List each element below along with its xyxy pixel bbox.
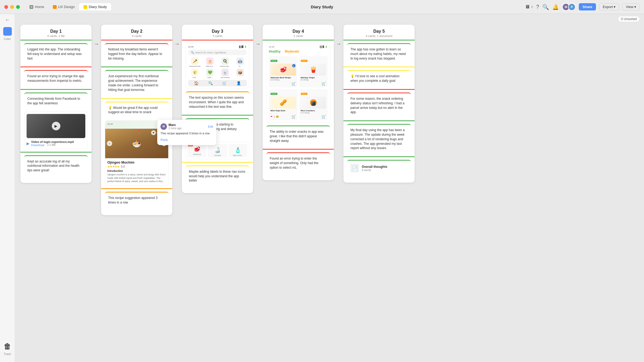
phone-icon-grains[interactable]: 🌾 Grai... (188, 69, 202, 78)
day3-header: Day 3 3 cards (186, 29, 249, 38)
phone-icon-other[interactable]: 📦 ... (233, 69, 247, 78)
comment-avatar: M (160, 123, 167, 130)
product-1-badge: Parroti (270, 60, 277, 62)
trash-icon[interactable]: 🗑 (4, 342, 11, 351)
day2-card-2[interactable]: Just experienced my first nutritional go… (105, 70, 169, 95)
nav-profile-icon[interactable]: 👤 (236, 81, 241, 85)
product-3-emoji-icon[interactable]: 😊 (276, 115, 279, 118)
shopping-item-2[interactable]: 🍶 Yamaski (208, 144, 227, 157)
food-prev-button[interactable]: ‹ (107, 141, 112, 146)
close-button[interactable] (4, 5, 8, 9)
phone-icon-ai[interactable]: 🤖 AI... (233, 57, 247, 67)
day5-card-1[interactable]: The app has now gotten to learn so much … (347, 43, 411, 64)
notification-bell-icon[interactable]: 🔔 (552, 4, 559, 10)
day4-title: Day 4 (266, 29, 330, 34)
fullscreen-button[interactable] (16, 5, 20, 9)
day4-card-1[interactable]: The ability to order snacks in app was g… (266, 125, 330, 146)
moderate-label: Moderate (285, 50, 299, 53)
product-3-heart-icon[interactable]: ❤ (270, 115, 273, 118)
back-button[interactable]: ← (5, 17, 10, 23)
product-2[interactable]: Patroc 🍟 Marbay Chips $ 9.9/bag 🛒 (299, 56, 328, 87)
comment-user: M Marc 2 mins ago (160, 123, 182, 130)
product-4-cart-icon[interactable]: 🛒 (321, 114, 326, 119)
phone-icon-tea[interactable]: 🍵 Tea Drinking (218, 69, 232, 78)
day1-card-2[interactable]: Found an error trying to change the app … (24, 70, 88, 86)
product-1[interactable]: Parroti 🥩 1 Natsudo Beef Strips $ 20.0/b… (269, 56, 298, 87)
nav-cart-icon[interactable]: 🛒 (222, 81, 227, 85)
comment-reply-button[interactable]: Reply (160, 138, 168, 141)
phone-search-bar[interactable]: 🔍 Search for menu, ingredients (188, 50, 247, 55)
comment-edit-button[interactable]: Edit (208, 125, 213, 128)
food-heart-icon[interactable]: ♥ (151, 130, 156, 135)
arrow-4: → (334, 41, 343, 47)
product-grid: Parroti 🥩 1 Natsudo Beef Strips $ 20.0/b… (269, 56, 328, 120)
day2-card-3[interactable]: 💡 Would be great if the app could sugges… (105, 102, 169, 118)
color-label: Color (4, 37, 11, 40)
phone-icon-health[interactable]: 💚 Healt... (203, 69, 217, 78)
product-3[interactable]: Parroti 🥜 Mini Hoja Nuts ... ❤ 1 😊 🛒 (269, 89, 298, 120)
product-3-cart-icon[interactable]: 🛒 (291, 114, 296, 119)
sidebar: ← Color 🗑 Trash (0, 14, 15, 362)
food-details: Ojingeo Muchim ★★★★★ 5.0 Introduction Oj… (105, 158, 168, 185)
share-button[interactable]: Share (579, 3, 596, 10)
day3-group: Day 3 3 cards 12:15 ▐▐ ▊ 🔋 🔍 Search for … (182, 25, 263, 193)
color-button[interactable] (3, 27, 12, 36)
product-4[interactable]: Patroc 🍘 Rice Crackers $ 13.9/bag 🛒 (299, 89, 328, 120)
food-stars: ★★★★★ (107, 165, 119, 168)
day5-card-4[interactable]: My final day using the app has been a pl… (347, 124, 411, 154)
product-3-count: 1 (274, 116, 275, 118)
tab-ux-design[interactable]: UX Design (49, 3, 79, 10)
day1-card-3[interactable]: Connecting friends from Facebook to the … (24, 93, 88, 109)
day2-card-4[interactable]: This recipe suggestion appeared 3 times … (105, 192, 169, 208)
tab-home[interactable]: ⊞ Home (25, 3, 49, 10)
shopping-item-1[interactable]: Sale 🥩 Bratwurst (188, 144, 206, 157)
phone-icon-bake[interactable]: 🎂 Bake & g... (203, 57, 217, 67)
day3-card-3[interactable]: Maybe adding labels to these nav icons w… (186, 165, 249, 186)
day2-card-1[interactable]: Noticed my breakfast items weren't logge… (105, 43, 169, 64)
column-day4: Day 4 2 cards 12:15 ▐▐ ▊ 🔋 Healthy Moder… (263, 25, 334, 180)
nav-search-icon[interactable]: 🔍 (208, 81, 213, 85)
day3-card-1[interactable]: The text spacing on this screen seems in… (186, 91, 249, 112)
health-signal: ▐▐ ▊ 🔋 (319, 46, 328, 48)
phone-icon-kitchen[interactable]: 🍳 Kitchen App... (218, 57, 232, 67)
day4-header: Day 4 2 cards (266, 29, 330, 38)
product-1-cart-icon[interactable]: 🛒 (291, 82, 296, 86)
product-2-cart-icon[interactable]: 🛒 (321, 82, 326, 86)
product-3-price: ... (270, 112, 296, 114)
canvas-topbar: 0 Unsorted (614, 14, 644, 24)
day1-card-1[interactable]: Logged into the app. The onboarding felt… (24, 43, 88, 64)
day1-card-4[interactable]: Kept an accurate log of all my nutrition… (24, 155, 88, 176)
phone-icon-seasonal[interactable]: 🥕 Seasonal Fresh (188, 57, 202, 67)
comment-time: 2 mins ago (169, 127, 182, 130)
notification-icon[interactable]: 🖥 0 (525, 4, 533, 10)
document-card[interactable]: 📄 Overall thoughts 0 words (347, 160, 411, 176)
file-info: ▶ Video of login experience.mp4 Download… (27, 140, 85, 147)
day4-card-2[interactable]: Found an error trying to enter the weigh… (266, 152, 330, 173)
help-icon[interactable]: ? (536, 4, 539, 10)
tab-diary-study[interactable]: Diary Study (79, 3, 111, 10)
day3-title: Day 3 (186, 29, 249, 34)
avatars: M P (562, 3, 576, 11)
day5-card-2[interactable]: 💡 I'd love to see a cool animation when … (347, 70, 411, 86)
product-3-name: Mini Hoja Nuts (270, 109, 296, 112)
search-icon[interactable]: 🔍 (542, 4, 549, 10)
day1-title: Day 1 (24, 29, 88, 34)
day2-subtitle: 4 cards (105, 34, 169, 38)
shopping-item-3[interactable]: 🧴 Vata home... (229, 144, 247, 157)
phone-icon-grid: 🥕 Seasonal Fresh 🎂 Bake & g... 🍳 Kitchen… (188, 57, 247, 78)
download-link[interactable]: Download (31, 143, 44, 147)
play-button[interactable]: ▶ (52, 122, 60, 130)
file-size: 2.2 MB (47, 143, 56, 146)
video-card[interactable]: ▶ ▶ Video of login experience.mp4 Downlo… (24, 112, 88, 149)
day1-subtitle: 4 cards, 1 file (24, 34, 88, 38)
export-button[interactable]: Export ▾ (599, 3, 619, 10)
comment-text: This recipe appeared 3 times in a row (160, 131, 213, 135)
day1-group: Day 1 4 cards, 1 file Logged into the ap… (20, 25, 101, 183)
video-thumbnail: ▶ (27, 114, 85, 138)
nav-home-icon[interactable]: 🏠 (194, 81, 199, 85)
day5-card-3[interactable]: For some reason, the snack ordering deli… (347, 93, 411, 118)
product-3-image: 🥜 (270, 97, 296, 109)
view-button[interactable]: View ▾ (622, 3, 640, 10)
arrow-1: → (92, 41, 101, 47)
minimize-button[interactable] (10, 5, 14, 9)
